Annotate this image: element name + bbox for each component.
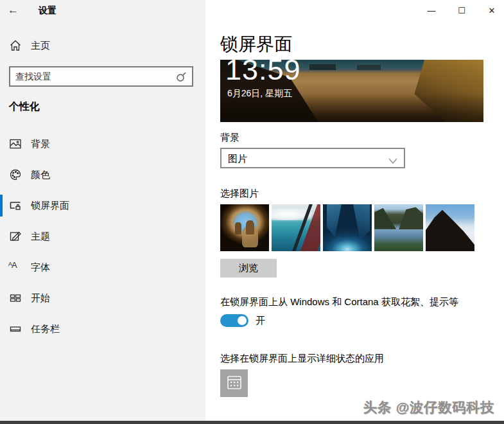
maximize-button[interactable]: ☐: [455, 4, 469, 18]
thumbnail-cave-beach[interactable]: [220, 204, 269, 251]
sidebar-item-fonts[interactable]: ᴬA 字体: [0, 252, 205, 283]
picture-thumbnails: [220, 204, 490, 251]
thumbnail-mountain-lake[interactable]: [374, 204, 423, 251]
home-icon: [9, 39, 22, 55]
taskbar-icon: [9, 322, 22, 335]
palette-icon: [9, 168, 22, 181]
sidebar-item-label: 背景: [31, 138, 50, 150]
thumbnail-ice-cave[interactable]: [323, 204, 372, 251]
sidebar-item-label: 开始: [31, 292, 50, 305]
screen-bottom-edge: [0, 421, 504, 424]
start-icon: [9, 292, 22, 305]
lockscreen-icon: [9, 199, 22, 212]
fonts-icon: ᴬA: [8, 260, 17, 270]
preview-jetty: [309, 64, 336, 70]
detailed-status-app-button[interactable]: [220, 369, 248, 397]
window-controls: — ☐ ✕: [408, 0, 504, 22]
sidebar: ← 设置 主页 个性化 背景: [0, 0, 205, 421]
picture-icon: [9, 137, 22, 150]
main-content: — ☐ ✕ 锁屏界面 13:59 6月26日, 星期五 背景 图片 选择图片: [205, 0, 504, 421]
close-button[interactable]: ✕: [485, 4, 499, 18]
sidebar-item-background[interactable]: 背景: [0, 128, 205, 159]
window-title: 设置: [39, 5, 56, 17]
sidebar-item-label: 主页: [31, 40, 50, 52]
back-arrow-icon[interactable]: ←: [8, 4, 19, 17]
sidebar-item-label: 任务栏: [31, 323, 60, 335]
sidebar-item-home[interactable]: 主页: [0, 37, 205, 57]
sidebar-item-colors[interactable]: 颜色: [0, 159, 205, 190]
minimize-button[interactable]: —: [424, 4, 439, 18]
background-dropdown-value: 图片: [228, 153, 247, 165]
toggle-knob: [238, 316, 247, 325]
theme-icon: [9, 230, 22, 243]
lockscreen-preview: 13:59 6月26日, 星期五: [220, 60, 483, 122]
toggle-state-label: 开: [256, 315, 265, 327]
sidebar-nav: 背景 颜色 锁屏界面 主题 ᴬA: [0, 128, 205, 344]
thumbnail-dark-hill[interactable]: [426, 204, 474, 251]
background-dropdown[interactable]: 图片: [220, 148, 405, 168]
preview-jetty: [357, 65, 381, 70]
sidebar-item-taskbar[interactable]: 任务栏: [0, 314, 205, 344]
chevron-down-icon: [388, 155, 397, 167]
search-box: [9, 66, 193, 87]
preview-date: 6月26日, 星期五: [227, 88, 292, 100]
browse-button[interactable]: 浏览: [220, 259, 277, 278]
sidebar-item-themes[interactable]: 主题: [0, 221, 205, 252]
choose-picture-label: 选择图片: [220, 188, 259, 200]
search-input[interactable]: [15, 67, 169, 85]
section-header-personalization: 个性化: [9, 100, 40, 114]
sidebar-item-label: 颜色: [31, 169, 50, 181]
page-title: 锁屏界面: [220, 32, 292, 57]
sidebar-item-label: 锁屏界面: [31, 200, 69, 212]
watermark-text: 头条 @波仔数码科技: [363, 398, 494, 416]
sidebar-item-start[interactable]: 开始: [0, 283, 205, 314]
thumbnail-aerial-ocean[interactable]: [272, 204, 320, 251]
background-label: 背景: [220, 132, 239, 144]
sidebar-item-lockscreen[interactable]: 锁屏界面: [0, 190, 205, 221]
sidebar-item-label: 主题: [31, 231, 50, 243]
preview-clock: 13:59: [225, 60, 301, 84]
spotlight-description: 在锁屏界面上从 Windows 和 Cortana 获取花絮、提示等: [220, 296, 490, 308]
settings-window: ← 设置 主页 个性化 背景: [0, 0, 504, 424]
detailed-status-label: 选择在锁屏界面上显示详细状态的应用: [220, 353, 490, 365]
search-icon[interactable]: [175, 71, 187, 85]
calendar-icon: [226, 374, 243, 393]
sidebar-item-label: 字体: [31, 261, 50, 274]
spotlight-toggle[interactable]: [220, 314, 248, 327]
